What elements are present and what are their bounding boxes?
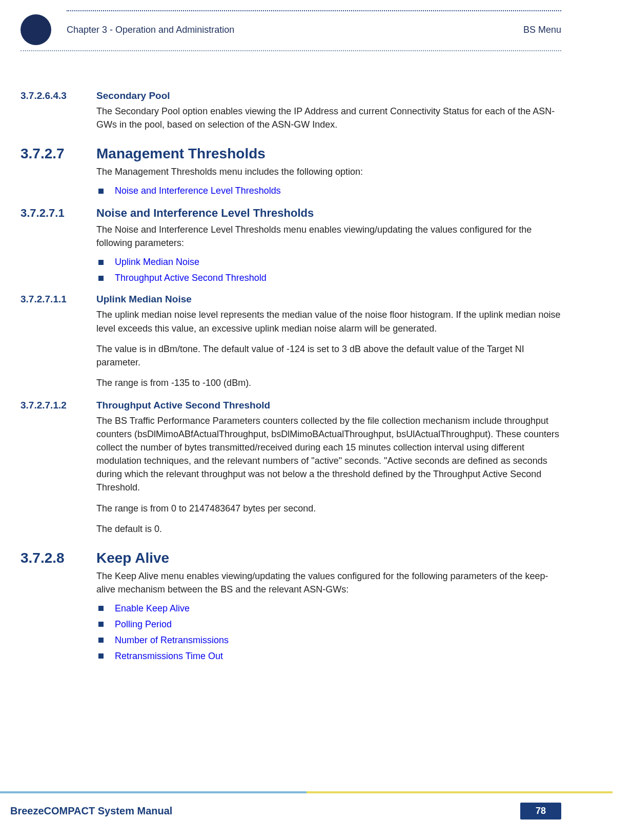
body-text: The Keep Alive menu enables viewing/upda… (96, 569, 561, 596)
body-text: The value is in dBm/tone. The default va… (96, 342, 561, 369)
cross-ref-link[interactable]: Uplink Median Noise (115, 257, 199, 268)
body-text: The BS Traffic Performance Parameters co… (96, 414, 561, 495)
section-title: Uplink Median Noise (96, 294, 561, 305)
section-title: Keep Alive (96, 550, 561, 566)
body-text: The range is from -135 to -100 (dBm). (96, 376, 561, 390)
square-bullet-icon (98, 276, 104, 281)
section-number: 3.7.2.6.4.3 (21, 90, 96, 101)
square-bullet-icon (98, 189, 104, 194)
section-title: Management Thresholds (96, 146, 561, 162)
section-number: 3.7.2.7.1.2 (21, 400, 96, 411)
section-number: 3.7.2.7 (21, 146, 96, 162)
section-number: 3.7.2.7.1 (21, 207, 96, 220)
cross-ref-link[interactable]: Noise and Interference Level Thresholds (115, 186, 281, 196)
body-text: The Management Thresholds menu includes … (96, 165, 561, 178)
square-bullet-icon (98, 622, 104, 627)
logo-circle-icon (21, 14, 51, 45)
body-text: The range is from 0 to 2147483647 bytes … (96, 502, 561, 515)
page-header: Chapter 3 - Operation and Administration… (21, 11, 561, 48)
cross-ref-link[interactable]: Throughput Active Second Threshold (115, 273, 267, 283)
page-footer: BreezeCOMPACT System Manual 78 (0, 791, 633, 819)
square-bullet-icon (98, 260, 104, 265)
cross-ref-link[interactable]: Number of Retransmissions (115, 635, 229, 646)
page-number-badge: 78 (520, 803, 561, 819)
body-text: The Noise and Interference Level Thresho… (96, 223, 561, 250)
body-text: The default is 0. (96, 522, 561, 536)
section-number: 3.7.2.8 (21, 550, 96, 566)
section-title: Secondary Pool (96, 90, 561, 101)
square-bullet-icon (98, 638, 104, 643)
body-text: The uplink median noise level represents… (96, 308, 561, 335)
section-title: Noise and Interference Level Thresholds (96, 207, 561, 220)
body-text: The Secondary Pool option enables viewin… (96, 105, 561, 131)
cross-ref-link[interactable]: Retransmissions Time Out (115, 651, 223, 662)
manual-title: BreezeCOMPACT System Manual (10, 805, 172, 817)
cross-ref-link[interactable]: Enable Keep Alive (115, 603, 190, 614)
section-number: 3.7.2.7.1.1 (21, 294, 96, 305)
section-title: Throughput Active Second Threshold (96, 400, 561, 411)
chapter-title: Chapter 3 - Operation and Administration (67, 25, 523, 35)
square-bullet-icon (98, 606, 104, 611)
square-bullet-icon (98, 653, 104, 659)
menu-label: BS Menu (523, 25, 561, 35)
cross-ref-link[interactable]: Polling Period (115, 619, 172, 630)
